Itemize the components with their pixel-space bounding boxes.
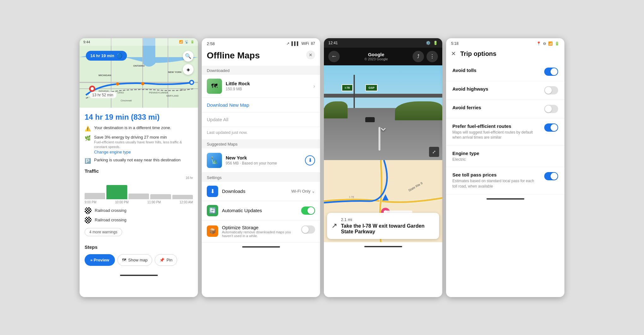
svg-point-9 [190,81,193,84]
downloads-setting[interactable]: ⬇ Downloads Wi-Fi Only ⌄ [202,182,320,201]
avoid-tolls-toggle[interactable] [544,68,558,76]
layers-icon[interactable]: ◈ [183,64,194,75]
trip-options-title: Trip options [460,50,496,57]
s3-map-section: State Rte 9 I-78 Howard Johnson by Wyndh… [324,160,442,242]
main-duration: 14 hr 19 min (833 mi) [85,113,193,122]
s2-wifi-icon: WiFi [301,41,309,46]
fuel-efficient-desc: Maps will suggest fuel-efficient routes … [452,130,534,141]
info-energy: 🌿 Save 3% energy by driving 27 more min … [85,135,193,154]
home-indicator-3 [364,246,402,247]
search-icon[interactable]: 🔍 [183,51,194,62]
s2-status-bar: 2:58 ↗ ▌▌▌ WiFi 87 [202,38,320,48]
little-rock-map-item[interactable]: 🗺 Little Rock 150.9 MB › [202,75,320,98]
traffic-title: Traffic [85,168,193,174]
auto-updates-toggle[interactable] [301,206,315,215]
highway-sign-2: GSP [365,84,378,91]
toll-pass-desc: Estimates based on standard local pass f… [452,178,534,189]
download-new-map-link[interactable]: Download New Map [202,98,320,112]
traffic-label-2: 10:00 PM [115,200,129,204]
avoid-ferries-row: Avoid ferries [446,100,564,118]
auto-updates-icon: 🔄 [207,205,218,216]
car [365,117,375,122]
traffic-chart [85,180,193,199]
show-map-button[interactable]: 🗺 Show map [117,254,152,266]
s2-header: Offline Maps ✕ [202,48,320,66]
svg-text:NJ: NJ [181,88,183,91]
time-display: 9:44 [83,40,90,44]
s3-title-area: Google © 2023 Google [364,52,388,61]
traffic-section: Traffic 16 hr 9:00 PM 10:00 PM 11:00 PM … [85,168,193,204]
more-options-button[interactable]: ⋮ [426,51,438,62]
trip-options-close-button[interactable]: ✕ [451,50,456,57]
downloaded-label: Downloaded [202,66,320,75]
route-banner: 14 hr 19 min 🔵 [86,51,127,61]
show-map-label: Show map [128,258,147,262]
svg-text:ONTARIO: ONTARIO [133,64,145,67]
nav-row: ↗ 2.1 mi Take the I-78 W exit toward Gar… [331,217,435,235]
optimize-desc: Automatically remove downloaded maps you… [222,230,297,238]
toll-pass-label: See toll pass prices [452,172,544,177]
optimize-storage-setting[interactable]: 📦 Optimize Storage Automatically remove … [202,220,320,242]
auto-updates-setting[interactable]: 🔄 Automatic Updates [202,201,320,220]
svg-text:NEW YORK: NEW YORK [168,71,182,74]
new-york-thumb: 🗽 [207,153,222,168]
suggested-maps-label: Suggested Maps [202,139,320,148]
s2-location-icon: ↗ [286,41,289,46]
pin-button[interactable]: 📌 Pin [155,254,177,266]
left-trees [324,101,348,118]
s4-status-bar: 5:18 📍⊖📶🔋 [446,38,564,48]
s3-status-bar: 12:41 ⚙️🔋 [324,38,442,48]
home-indicator-1 [120,275,158,276]
avoid-ferries-toggle[interactable] [544,105,558,113]
screen2-offline-maps: 2:58 ↗ ▌▌▌ WiFi 87 Offline Maps ✕ Downlo… [202,38,320,297]
svg-point-10 [116,82,119,86]
avoid-highways-toggle[interactable] [544,86,558,94]
optimize-label: Optimize Storage [222,225,297,230]
avoid-tolls-row: Avoid tolls [446,63,564,81]
engine-type-link[interactable]: Change engine type [94,150,193,154]
update-all-item[interactable]: Update All [202,112,320,127]
alt-route-label: 13 hr 52 min [89,92,116,98]
download-circle-button[interactable]: ⬇ [305,155,315,165]
warning-1: Railroad crossing [85,207,193,214]
little-rock-size: 150.9 MB [226,87,310,91]
optimize-storage-toggle[interactable] [301,225,315,234]
warning-icon: ⚠️ [85,126,91,132]
preview-button[interactable]: » Preview [85,254,115,266]
new-york-name: New York [226,155,301,160]
traffic-label-1: 9:00 PM [85,200,96,204]
more-warnings-btn[interactable]: 4 more warnings [85,228,122,236]
fuel-efficient-toggle[interactable] [544,123,558,132]
screens-container: 9:44 📶📡🔋 [73,32,571,303]
toll-pass-toggle[interactable] [544,172,558,180]
share-button[interactable]: ⤴ [413,51,424,62]
warning-2: Railroad crossing [85,217,193,224]
expand-button[interactable]: ⤢ [429,147,439,157]
optimize-info: Optimize Storage Automatically remove do… [222,225,297,238]
svg-text:I-78: I-78 [349,195,354,199]
svg-point-7 [91,87,94,90]
street-view-area: I-78 GSP ⌄ ⤢ [324,65,442,160]
s2-close-button[interactable]: ✕ [306,51,315,59]
pin-icon: 📌 [159,258,164,262]
overpass [324,94,442,98]
screen1-route-details: 9:44 📶📡🔋 [80,38,198,297]
status-icons: 📶📡🔋 [179,40,194,44]
energy-text: Save 3% energy by driving 27 more min [94,135,167,140]
engine-type-value: Electric [452,157,558,162]
avoid-tolls-label: Avoid tolls [452,68,544,73]
back-button[interactable]: ← [328,51,340,62]
traffic-bar-2 [106,185,127,199]
nav-text: 2.1 mi Take the I-78 W exit toward Garde… [341,217,435,235]
parking-icon: 🅿️ [85,158,91,164]
little-rock-name: Little Rock [226,81,310,86]
info-timezone: ⚠️ Your destination is in a different ti… [85,125,193,132]
avoid-highways-label: Avoid highways [452,86,544,92]
s4-status-icons: 📍⊖📶🔋 [536,41,559,46]
avoid-highways-row: Avoid highways [446,81,564,100]
toll-pass-prices-row: See toll pass prices Estimates based on … [446,167,564,194]
nav-distance: 2.1 mi [341,217,435,222]
downloads-value: Wi-Fi Only ⌄ [291,189,315,194]
avoid-highways-info: Avoid highways [452,86,544,92]
new-york-map-item[interactable]: 🗽 New York 956 MB · Based on your home ⬇ [202,148,320,173]
